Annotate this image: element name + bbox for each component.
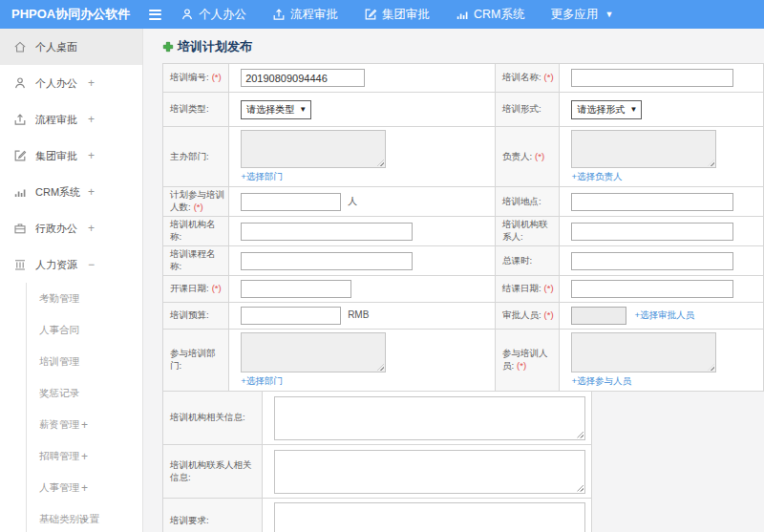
sidebar-item[interactable]: 人力资源− — [0, 246, 142, 283]
required-mark: (*) — [544, 309, 554, 320]
sidebar-item[interactable]: 行政办公+ — [0, 210, 142, 246]
form-row: 开课日期:(*)结课日期:(*) — [163, 276, 764, 303]
topnav-item[interactable]: 个人办公 — [180, 7, 246, 23]
field-label: 负责人: — [502, 151, 532, 161]
sidebar-subitem-label: 薪资管理 — [39, 418, 79, 432]
topnav-item[interactable]: 流程审批 — [272, 7, 338, 23]
field-label: 开课日期: — [170, 283, 209, 293]
sidebar-item[interactable]: 流程审批+ — [0, 101, 142, 138]
sidebar-item-label: 个人办公 — [35, 76, 77, 91]
topnav-item[interactable]: CRM系统 — [456, 7, 524, 23]
field-cell: +选择部门 — [229, 330, 496, 392]
sidebar-subitem[interactable]: 培训管理 — [27, 346, 142, 377]
expand-toggle-icon[interactable]: + — [81, 450, 88, 463]
required-mark: (*) — [544, 283, 554, 293]
top-bar: PHPOA协同办公软件 个人办公流程审批集团审批CRM系统更多应用▼ — [0, 0, 764, 29]
sidebar-subitem[interactable]: 薪资管理+ — [27, 409, 142, 440]
sidebar-item-label: 行政办公 — [35, 222, 77, 236]
expand-toggle-icon[interactable]: + — [81, 513, 88, 526]
expand-toggle-icon[interactable]: + — [88, 76, 95, 90]
sidebar-subitem-label: 考勤管理 — [39, 292, 79, 306]
picker-textarea[interactable] — [241, 130, 386, 168]
field-cell — [560, 217, 764, 246]
expand-toggle-icon[interactable]: + — [81, 481, 88, 495]
textarea[interactable] — [274, 396, 585, 440]
edit-icon — [13, 149, 27, 162]
required-mark: (*) — [212, 72, 222, 82]
field-label: 参与培训部门: — [170, 348, 216, 371]
expand-toggle-icon[interactable]: + — [88, 185, 95, 199]
expand-toggle-icon[interactable]: + — [88, 113, 95, 126]
sidebar-subitem[interactable]: 奖惩记录 — [27, 377, 142, 409]
sidebar-item[interactable]: 个人办公+ — [0, 65, 142, 101]
form-row: 主办部门:+选择部门负责人:(*)+选择负责人 — [163, 127, 764, 187]
topnav-item-label: 更多应用 — [550, 7, 598, 23]
form-row: 培训机构名称:培训机构联系人: — [163, 217, 764, 246]
picker-link[interactable]: +选择参与人员 — [571, 375, 757, 388]
required-mark: (*) — [517, 360, 526, 371]
sidebar-subitem[interactable]: 人事管理+ — [27, 472, 142, 503]
label-cell: 审批人员:(*) — [495, 303, 559, 330]
sidebar-menu: 个人桌面个人办公+流程审批+集团审批+CRM系统+行政办公+人力资源−考勤管理人… — [0, 29, 142, 532]
text-input[interactable] — [241, 307, 341, 325]
sidebar-item[interactable]: 集团审批+ — [0, 138, 142, 174]
text-input[interactable] — [241, 280, 351, 298]
text-input[interactable] — [571, 193, 733, 211]
app-logo: PHPOA协同办公软件 — [0, 6, 143, 23]
field-label: 总课时: — [502, 255, 532, 266]
picker-link[interactable]: +选择部门 — [241, 171, 489, 183]
field-label: 培训编号: — [170, 72, 209, 82]
sidebar-subitem-label: 招聘管理 — [39, 450, 79, 463]
field-label: 培训名称: — [502, 72, 541, 82]
text-input[interactable] — [571, 252, 733, 270]
picker-link[interactable]: +选择负责人 — [571, 171, 757, 183]
text-input[interactable] — [571, 280, 733, 298]
required-mark: (*) — [212, 283, 222, 293]
field-cell: +选择负责人 — [560, 127, 764, 187]
picker-textarea[interactable] — [571, 130, 716, 168]
sidebar-subitem[interactable]: 人事合同 — [27, 314, 142, 346]
text-input[interactable] — [571, 307, 626, 325]
text-input[interactable] — [571, 69, 733, 87]
required-mark: (*) — [194, 202, 203, 212]
label-cell: 培训名称:(*) — [495, 64, 559, 93]
sidebar-subitem[interactable]: 基础类别设置+ — [27, 503, 142, 532]
sidebar-item[interactable]: 个人桌面 — [0, 29, 142, 65]
topnav-item-label: 流程审批 — [290, 7, 338, 23]
select-dropdown[interactable]: 请选择形式▼ — [571, 100, 642, 119]
select-dropdown[interactable]: 请选择类型▼ — [241, 100, 311, 119]
label-cell: 培训形式: — [495, 93, 559, 127]
label-cell: 培训类型: — [163, 93, 229, 127]
expand-toggle-icon[interactable]: + — [81, 418, 88, 432]
sidebar-subitem-label: 人事合同 — [39, 324, 79, 337]
topnav-item[interactable]: 集团审批 — [364, 7, 430, 23]
sidebar-subitem[interactable]: 招聘管理+ — [27, 440, 142, 472]
expand-toggle-icon[interactable]: + — [88, 149, 95, 162]
picker-textarea[interactable] — [571, 332, 716, 372]
text-input[interactable] — [241, 252, 413, 270]
field-cell — [263, 445, 592, 499]
edit-icon — [364, 8, 377, 21]
field-cell: 请选择类型▼ — [229, 93, 496, 127]
picker-link[interactable]: +选择部门 — [241, 375, 489, 388]
select-value: 请选择类型 — [246, 103, 294, 117]
text-input[interactable] — [241, 193, 341, 211]
expand-toggle-icon[interactable]: − — [88, 258, 95, 271]
sidebar-subitem[interactable]: 考勤管理 — [27, 283, 142, 314]
text-input[interactable] — [571, 223, 733, 241]
chart-icon — [456, 8, 469, 21]
textarea[interactable] — [274, 502, 585, 532]
hamburger-menu-icon[interactable] — [149, 10, 161, 20]
text-input[interactable] — [241, 69, 365, 87]
picker-link[interactable]: +选择审批人员 — [634, 309, 694, 320]
main-content: 培训计划发布 培训编号:(*)培训名称:(*)培训类型:请选择类型▼培训形式:请… — [143, 29, 764, 532]
topnav-item[interactable]: 更多应用▼ — [550, 7, 613, 23]
sidebar: 个人桌面个人办公+流程审批+集团审批+CRM系统+行政办公+人力资源−考勤管理人… — [0, 29, 143, 532]
expand-toggle-icon[interactable]: + — [88, 222, 95, 235]
sidebar-item[interactable]: CRM系统+ — [0, 174, 142, 210]
picker-textarea[interactable] — [241, 332, 386, 372]
textarea[interactable] — [274, 450, 585, 494]
field-cell: RMB — [229, 303, 496, 330]
field-cell — [229, 246, 496, 276]
text-input[interactable] — [241, 223, 413, 241]
